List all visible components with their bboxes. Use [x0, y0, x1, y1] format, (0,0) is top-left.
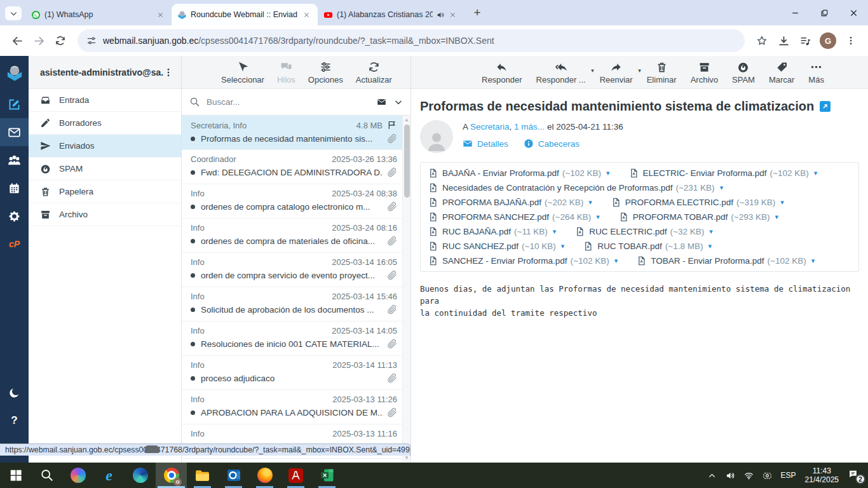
attachment-menu-caret[interactable]: ▾ [596, 213, 600, 221]
flag-icon[interactable] [387, 120, 397, 130]
bookmark-star-icon[interactable] [751, 30, 773, 51]
tray-chevron-up-icon[interactable] [707, 471, 717, 480]
message-row[interactable]: Coordinador2025-03-26 13:36 Fwd: DELEGAC… [182, 150, 402, 184]
folder-archivo[interactable]: Archivo [29, 203, 181, 226]
attachment-menu-caret[interactable]: ▾ [720, 184, 724, 192]
tab-audio-icon[interactable] [437, 11, 445, 19]
volume-icon[interactable] [726, 471, 735, 480]
attachment-menu-caret[interactable]: ▾ [780, 198, 784, 207]
open-in-new-window-icon[interactable] [820, 101, 831, 112]
copilot-icon[interactable] [62, 463, 93, 488]
mark-button[interactable]: Marcar [762, 60, 801, 86]
tab-roundcube-webmail[interactable]: Roundcube Webmail :: Enviados [172, 4, 318, 25]
scrollbar-thumb[interactable] [404, 125, 410, 198]
attachment-menu-caret[interactable]: ▾ [561, 242, 565, 250]
attachment-link[interactable]: PROFORMA SANCHEZ.pdf [442, 212, 549, 222]
reply-button[interactable]: Responder [475, 60, 529, 86]
attachment-link[interactable]: PROFORMA TOBAR.pdf [633, 212, 728, 222]
message-row[interactable]: Info2025-03-14 16:05 orden de compra ser… [182, 253, 402, 287]
tab-youtube[interactable]: (1) Alabanzas Cristianas 202 [318, 4, 464, 25]
maximize-button[interactable] [810, 0, 839, 25]
profile-avatar[interactable]: G [820, 32, 836, 49]
tab-close-icon[interactable] [301, 10, 312, 20]
attachment-menu-caret[interactable]: ▾ [708, 242, 712, 250]
list-scrollbar[interactable]: ▲ ▼ [402, 116, 410, 463]
download-icon[interactable] [773, 30, 794, 51]
threads-button[interactable]: Hilos [271, 60, 302, 86]
edge-icon[interactable] [125, 463, 156, 488]
attachment-link[interactable]: RUC TOBAR.pdf [597, 241, 662, 251]
internet-explorer-icon[interactable]: e [93, 463, 125, 488]
attachment-item[interactable]: Necesidades de Contratación y Recepción … [428, 183, 723, 193]
attachment-item[interactable]: RUC TOBAR.pdf(~1.8 MB)▾ [583, 241, 712, 251]
tab-search-button[interactable] [5, 6, 22, 20]
attachment-menu-caret[interactable]: ▾ [814, 169, 818, 177]
attachment-item[interactable]: RUC ELECTRIC.pdf(~32 KB)▾ [575, 227, 712, 236]
minimize-button[interactable] [780, 0, 810, 25]
message-row[interactable]: Info2025-03-24 08:38 ordenes de compra c… [182, 184, 402, 219]
site-info-icon[interactable] [86, 36, 97, 46]
meet-now-icon[interactable] [763, 471, 772, 480]
attachment-item[interactable]: RUC SANCHEZ.pdf(~10 KB)▾ [428, 241, 564, 251]
tab-whatsapp[interactable]: (1) WhatsApp [25, 4, 172, 25]
wifi-icon[interactable] [744, 471, 754, 480]
file-explorer-icon[interactable] [187, 463, 218, 488]
reload-button[interactable] [50, 30, 71, 51]
attachment-item[interactable]: PROFORMA ELECTRIC.pdf(~319 KB)▾ [611, 198, 784, 207]
folder-entrada[interactable]: Entrada [29, 89, 181, 112]
attachment-link[interactable]: PROFORMA ELECTRIC.pdf [625, 198, 733, 207]
search-options-chevron-icon[interactable] [394, 98, 403, 107]
language-indicator[interactable]: ESP [781, 471, 796, 480]
help-icon[interactable]: ? [0, 407, 29, 435]
attachment-link[interactable]: BAJAÑA - Enviar Proforma.pdf [442, 168, 559, 178]
cpanel-icon[interactable]: cP [0, 230, 29, 258]
acrobat-icon[interactable] [280, 463, 311, 488]
media-controls-icon[interactable] [794, 30, 816, 51]
attachment-item[interactable]: PROFORMA SANCHEZ.pdf(~264 KB)▾ [428, 212, 600, 222]
calendar-nav-icon[interactable] [0, 174, 29, 202]
details-link[interactable]: Detalles [463, 139, 508, 149]
message-row[interactable]: Secretaria, Info4.8 MB Proformas de nece… [182, 116, 402, 150]
message-row[interactable]: Info2025-03-14 15:46 Solicitud de aproba… [182, 287, 402, 322]
taskbar-search-icon[interactable] [31, 463, 62, 488]
folder-borradores[interactable]: Borradores [29, 112, 181, 135]
compose-button[interactable] [0, 90, 29, 118]
attachment-menu-caret[interactable]: ▾ [614, 257, 618, 265]
attachment-item[interactable]: ELECTRIC- Enviar Proforma.pdf(~102 KB)▾ [629, 168, 818, 178]
select-button[interactable]: Seleccionar [215, 60, 271, 86]
attachment-link[interactable]: SANCHEZ - Enviar Proforma.pdf [442, 256, 567, 266]
attachment-link[interactable]: RUC SANCHEZ.pdf [442, 241, 519, 251]
attachment-link[interactable]: RUC ELECTRIC.pdf [589, 227, 667, 236]
folder-enviados[interactable]: Enviados [29, 135, 181, 158]
message-row[interactable]: Info2025-03-13 11:26 APROBACION PARA LA … [182, 390, 402, 424]
attachment-item[interactable]: PROFORMA TOBAR.pdf(~293 KB)▾ [619, 212, 778, 222]
taskbar-clock[interactable]: 11:43 21/4/2025 [805, 466, 839, 484]
url-text[interactable]: webmail.sanjuan.gob.ec/cpsess0041471768/… [103, 36, 494, 46]
folder-papelera[interactable]: Papelera [29, 180, 181, 203]
attachment-link[interactable]: Necesidades de Contratación y Recepción … [442, 183, 672, 193]
attachment-item[interactable]: TOBAR - Enviar Proforma.pdf(~102 KB)▾ [637, 256, 815, 266]
attachment-menu-caret[interactable]: ▾ [553, 227, 557, 236]
close-button[interactable] [839, 0, 868, 25]
dark-mode-icon[interactable] [0, 379, 29, 407]
tab-close-icon[interactable] [155, 10, 166, 20]
settings-nav-icon[interactable] [0, 202, 29, 230]
mail-nav-icon[interactable] [0, 118, 29, 146]
account-menu-icon[interactable] [163, 67, 173, 78]
reply-all-button[interactable]: Responder ...▾ [529, 60, 593, 86]
attachment-link[interactable]: ELECTRIC- Enviar Proforma.pdf [643, 168, 767, 178]
attachment-item[interactable]: BAJAÑA - Enviar Proforma.pdf(~102 KB)▾ [428, 168, 610, 178]
recipient-link[interactable]: Secretaria [470, 122, 510, 132]
attachment-link[interactable]: PROFORMA BAJAÑA.pdf [442, 198, 541, 207]
archive-button[interactable]: Archivo [684, 60, 725, 86]
message-row[interactable]: Info2025-03-14 11:13 proceso adjudicaco [182, 356, 402, 390]
spam-button[interactable]: SPAM [725, 60, 762, 86]
address-bar[interactable]: webmail.sanjuan.gob.ec/cpsess0041471768/… [78, 29, 745, 52]
new-tab-button[interactable]: + [469, 4, 485, 21]
forward-button[interactable]: Reenviar▾ [593, 60, 640, 86]
outlook-icon[interactable] [218, 463, 249, 488]
tab-close-icon[interactable] [447, 10, 458, 20]
attachment-menu-caret[interactable]: ▾ [606, 169, 610, 177]
attachment-item[interactable]: SANCHEZ - Enviar Proforma.pdf(~102 KB)▾ [428, 256, 618, 266]
notifications-icon[interactable]: 2 [848, 469, 862, 482]
